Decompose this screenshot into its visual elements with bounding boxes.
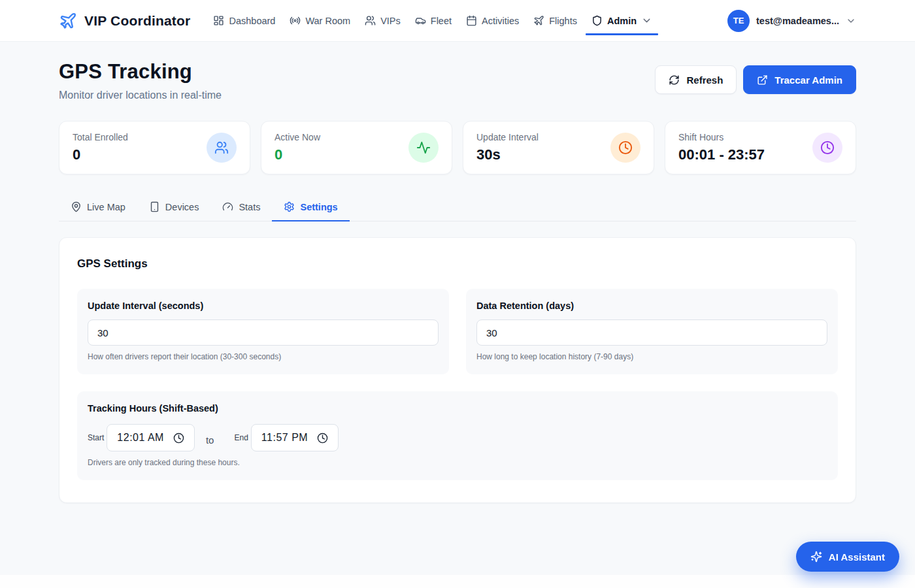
nav-item-label: Fleet [431,16,452,26]
nav-item-flights[interactable]: Flights [526,9,584,32]
ai-assistant-button[interactable]: AI Assistant [796,542,899,572]
stat-value: 00:01 - 23:57 [678,146,765,163]
smartphone-icon [149,201,160,212]
end-time-value: 11:57 PM [261,432,308,444]
user-menu[interactable]: TE test@madeames... [727,10,856,32]
calendar-icon [466,15,477,26]
nav-item-label: VIPs [380,16,401,26]
setting-label: Update Interval (seconds) [88,301,439,311]
gps-settings-panel: GPS Settings Update Interval (seconds) H… [59,237,856,503]
nav-item-fleet[interactable]: Fleet [408,9,459,32]
brand-name: VIP Coordinator [84,13,190,29]
clock-icon [812,133,842,163]
stats-row: Total Enrolled 0 Active Now 0 Update Int… [59,121,856,174]
nav-item-label: Flights [549,16,577,26]
refresh-button-label: Refresh [686,74,723,86]
page-header: GPS Tracking Monitor driver locations in… [59,60,856,101]
setting-label: Data Retention (days) [476,301,827,311]
start-time-label: Start [88,433,104,442]
update-interval-setting: Update Interval (seconds) How often driv… [77,289,449,374]
chevron-down-icon [641,15,652,26]
main-content: GPS Tracking Monitor driver locations in… [59,42,856,503]
plane-icon [533,15,544,26]
nav-item-label: Dashboard [229,16,275,26]
stat-value: 30s [476,146,539,163]
stat-card-shift-hours: Shift Hours 00:01 - 23:57 [665,121,856,174]
nav-item-dashboard[interactable]: Dashboard [206,9,282,32]
to-separator: to [206,434,214,446]
tab-label: Settings [300,202,337,212]
dashboard-grid-icon [213,15,224,26]
stat-label: Shift Hours [678,132,765,142]
clock-icon [317,433,328,444]
avatar: TE [727,10,750,32]
stat-value: 0 [73,146,128,163]
stat-label: Update Interval [476,132,539,142]
nav-item-activities[interactable]: Activities [459,9,526,32]
tab-bar: Live Map Devices Stats Settings [59,194,856,221]
panel-title: GPS Settings [77,257,838,270]
external-link-icon [757,74,768,86]
map-pin-icon [71,201,82,212]
traccar-admin-button-label: Traccar Admin [774,74,842,86]
top-navbar: VIP Coordinator Dashboard War Room VIPs … [0,0,915,42]
plane-logo-icon [59,12,77,30]
car-icon [415,15,426,26]
setting-help-text: Drivers are only tracked during these ho… [88,458,827,467]
data-retention-input[interactable] [476,319,827,346]
nav-item-vips[interactable]: VIPs [358,9,408,32]
start-time-input[interactable]: 12:01 AM [107,424,195,451]
user-email: test@madeames... [756,16,839,26]
stat-value: 0 [274,146,320,163]
setting-help-text: How long to keep location history (7-90 … [476,352,827,361]
tab-label: Stats [239,202,260,212]
refresh-button[interactable]: Refresh [655,65,737,94]
refresh-icon [669,74,680,86]
stat-card-active-now: Active Now 0 [261,121,452,174]
page-subtitle: Monitor driver locations in real-time [59,90,222,101]
activity-icon [408,133,439,163]
nav-item-label: War Room [305,16,350,26]
chevron-down-icon [846,16,856,26]
ai-assistant-button-label: AI Assistant [829,551,885,563]
clock-icon [610,133,640,163]
setting-label: Tracking Hours (Shift-Based) [88,403,827,414]
sparkles-icon [810,551,822,563]
nav-item-admin[interactable]: Admin [584,9,659,32]
tab-label: Live Map [87,202,125,212]
nav-item-label: Admin [607,16,637,26]
tab-settings[interactable]: Settings [272,194,349,221]
tab-label: Devices [165,202,199,212]
nav-item-label: Activities [482,16,519,26]
primary-nav: Dashboard War Room VIPs Fleet Activities… [206,9,727,32]
setting-help-text: How often drivers report their location … [88,352,439,361]
footer-strip [0,575,915,588]
start-time-value: 12:01 AM [117,432,164,444]
tab-live-map[interactable]: Live Map [59,194,137,221]
data-retention-setting: Data Retention (days) How long to keep l… [466,289,838,374]
brand[interactable]: VIP Coordinator [59,12,190,30]
stat-card-total-enrolled: Total Enrolled 0 [59,121,250,174]
update-interval-input[interactable] [88,319,439,346]
stat-card-update-interval: Update Interval 30s [463,121,654,174]
nav-item-war-room[interactable]: War Room [282,9,358,32]
traccar-admin-button[interactable]: Traccar Admin [743,65,856,94]
gear-icon [284,201,295,212]
end-time-input[interactable]: 11:57 PM [251,424,339,451]
radio-icon [290,15,301,26]
stat-label: Active Now [274,132,320,142]
shield-icon [591,15,603,26]
users-icon [365,15,376,26]
stat-label: Total Enrolled [73,132,128,142]
tracking-hours-setting: Tracking Hours (Shift-Based) Start 12:01… [77,391,838,480]
users-icon [207,133,237,163]
page-title: GPS Tracking [59,60,222,84]
tab-devices[interactable]: Devices [137,194,211,221]
end-time-label: End [234,433,248,442]
clock-icon [173,433,184,444]
gauge-icon [222,201,233,212]
tab-stats[interactable]: Stats [210,194,272,221]
